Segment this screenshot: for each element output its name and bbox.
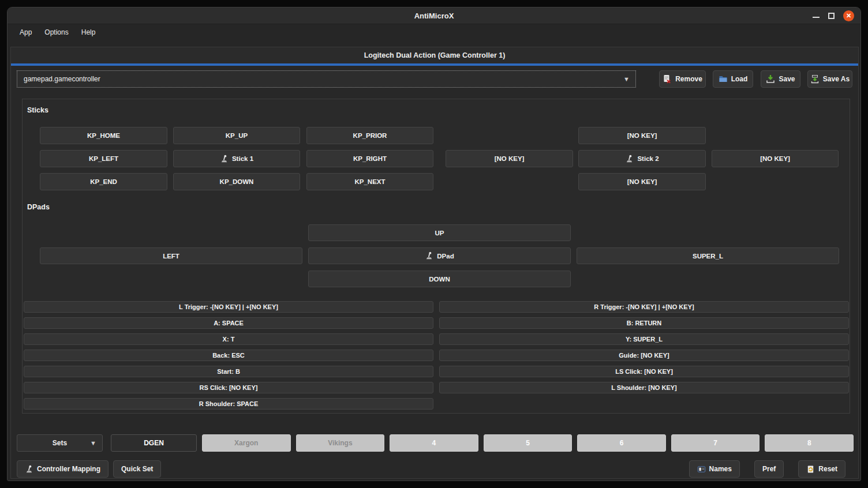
reset-label: Reset: [818, 465, 837, 473]
joystick-icon: [625, 155, 634, 163]
pref-button[interactable]: Pref: [754, 460, 784, 478]
menu-help[interactable]: Help: [76, 26, 101, 39]
set-tab-2[interactable]: Xargon: [202, 434, 291, 452]
menu-options[interactable]: Options: [39, 26, 73, 39]
quick-set-label: Quick Set: [121, 465, 153, 473]
dpad-up-button[interactable]: UP: [308, 224, 571, 241]
reset-button[interactable]: Reset: [798, 460, 845, 478]
window-title: AntiMicroX: [414, 12, 454, 20]
stick2-down-button[interactable]: [NO KEY]: [578, 173, 706, 190]
reset-icon: [806, 465, 815, 474]
dpads-heading: DPads: [27, 203, 50, 211]
save-button-label: Save: [779, 75, 795, 83]
ls-click-button[interactable]: LS Click: [NO KEY]: [439, 366, 849, 377]
stick1-down-left-button[interactable]: KP_END: [40, 173, 167, 190]
app-window: AntiMicroX ✕ App Options Help Logitech D…: [7, 7, 861, 481]
stick1-right-button[interactable]: KP_RIGHT: [306, 150, 433, 167]
set-tab-7[interactable]: 7: [671, 434, 760, 452]
r-trigger-button[interactable]: R Trigger: -[NO KEY] | +[NO KEY]: [439, 301, 849, 313]
a-button[interactable]: A: SPACE: [24, 317, 433, 329]
sets-dropdown-label: Sets: [53, 439, 67, 447]
dpad-center-button[interactable]: DPad: [308, 247, 571, 264]
profile-combobox-inner: gamepad.gamecontroller: [18, 72, 622, 86]
load-folder-icon: [719, 74, 728, 84]
sticks-heading: Sticks: [27, 106, 48, 114]
maximize-icon[interactable]: [828, 13, 835, 19]
remove-icon: [663, 74, 672, 84]
dpad-right-button[interactable]: SUPER_L: [577, 247, 839, 264]
quick-set-button[interactable]: Quick Set: [113, 460, 161, 478]
names-button[interactable]: Names: [689, 460, 740, 478]
window-controls: ✕: [813, 7, 854, 24]
stick2-center-button[interactable]: Stick 2: [578, 150, 706, 167]
stick1-up-right-button[interactable]: KP_PRIOR: [306, 127, 433, 144]
joystick-icon: [25, 465, 33, 474]
profile-selected-value: gamepad.gamecontroller: [24, 75, 100, 83]
stick1-down-button[interactable]: KP_DOWN: [173, 173, 300, 190]
footer-left: Controller Mapping Quick Set: [17, 460, 161, 478]
stick1-down-right-button[interactable]: KP_NEXT: [306, 173, 433, 190]
close-icon[interactable]: ✕: [843, 10, 854, 21]
set-tab-6[interactable]: 6: [577, 434, 666, 452]
controller-frame: Logitech Dual Action (Game Controller 1)…: [10, 47, 859, 479]
names-label: Names: [709, 465, 732, 473]
r-shoulder-button[interactable]: R Shoulder: SPACE: [24, 398, 433, 410]
back-button[interactable]: Back: ESC: [24, 350, 433, 361]
minimize-icon[interactable]: [813, 17, 820, 18]
load-button[interactable]: Load: [713, 70, 753, 88]
mapping-panel: Sticks KP_HOME KP_UP KP_PRIOR KP_LEFT St…: [22, 99, 850, 414]
set-tab-8[interactable]: 8: [765, 434, 854, 452]
stick2-right-button[interactable]: [NO KEY]: [712, 150, 839, 167]
controller-tab[interactable]: Logitech Dual Action (Game Controller 1): [11, 47, 858, 63]
save-as-icon: [810, 74, 820, 84]
stick1-center-label: Stick 1: [232, 155, 253, 162]
sets-dropdown[interactable]: Sets ▼: [17, 434, 103, 452]
save-icon: [766, 74, 775, 84]
stick2-up-button[interactable]: [NO KEY]: [578, 127, 706, 144]
dpad-center-label: DPad: [437, 253, 454, 260]
b-button[interactable]: B: RETURN: [439, 317, 849, 329]
set-tab-4[interactable]: 4: [390, 434, 478, 452]
remove-button-label: Remove: [675, 75, 702, 83]
pref-label: Pref: [762, 465, 776, 473]
x-button[interactable]: X: T: [24, 333, 433, 345]
controller-mapping-button[interactable]: Controller Mapping: [17, 460, 108, 478]
stick1-up-left-button[interactable]: KP_HOME: [40, 127, 167, 144]
controller-mapping-label: Controller Mapping: [37, 465, 100, 473]
stick1-up-button[interactable]: KP_UP: [173, 127, 300, 144]
menu-app[interactable]: App: [14, 26, 37, 39]
stick2-left-button[interactable]: [NO KEY]: [446, 150, 573, 167]
l-trigger-button[interactable]: L Trigger: -[NO KEY] | +[NO KEY]: [24, 301, 433, 313]
load-button-label: Load: [731, 75, 748, 83]
button-rows-right: R Trigger: -[NO KEY] | +[NO KEY] B: RETU…: [439, 301, 849, 393]
stick1-left-button[interactable]: KP_LEFT: [40, 150, 167, 167]
save-as-button[interactable]: Save As: [807, 70, 852, 88]
sets-row: Sets ▼ DGEN Xargon Vikings 4 5 6 7 8: [17, 434, 854, 452]
titlebar: AntiMicroX ✕: [8, 7, 860, 24]
save-as-button-label: Save As: [823, 75, 850, 83]
footer-right: Names Pref Reset: [689, 460, 845, 478]
stick2-center-label: Stick 2: [637, 155, 659, 162]
save-button[interactable]: Save: [761, 70, 800, 88]
set-tab-3[interactable]: Vikings: [296, 434, 385, 452]
set-tab-5[interactable]: 5: [484, 434, 573, 452]
remove-button[interactable]: Remove: [659, 70, 706, 88]
set-tab-active[interactable]: DGEN: [111, 434, 197, 452]
joystick-icon: [220, 155, 229, 163]
start-button[interactable]: Start: B: [24, 366, 433, 377]
menubar: App Options Help: [8, 24, 860, 40]
tab-accent-underline: [11, 63, 858, 66]
dpad-down-button[interactable]: DOWN: [308, 271, 571, 287]
names-icon: [697, 465, 706, 474]
stick1-center-button[interactable]: Stick 1: [173, 150, 300, 167]
chevron-down-icon: ▼: [90, 440, 96, 446]
chevron-down-icon: ▼: [623, 76, 630, 82]
rs-click-button[interactable]: RS Click: [NO KEY]: [24, 382, 433, 393]
button-rows-left: L Trigger: -[NO KEY] | +[NO KEY] A: SPAC…: [24, 301, 433, 410]
l-shoulder-button[interactable]: L Shoulder: [NO KEY]: [439, 382, 849, 393]
guide-button[interactable]: Guide: [NO KEY]: [439, 350, 849, 361]
dpad-left-button[interactable]: LEFT: [40, 247, 302, 264]
profile-combobox[interactable]: gamepad.gamecontroller ▼: [17, 70, 636, 88]
controller-tab-label: Logitech Dual Action (Game Controller 1): [364, 51, 506, 59]
y-button[interactable]: Y: SUPER_L: [439, 333, 849, 345]
